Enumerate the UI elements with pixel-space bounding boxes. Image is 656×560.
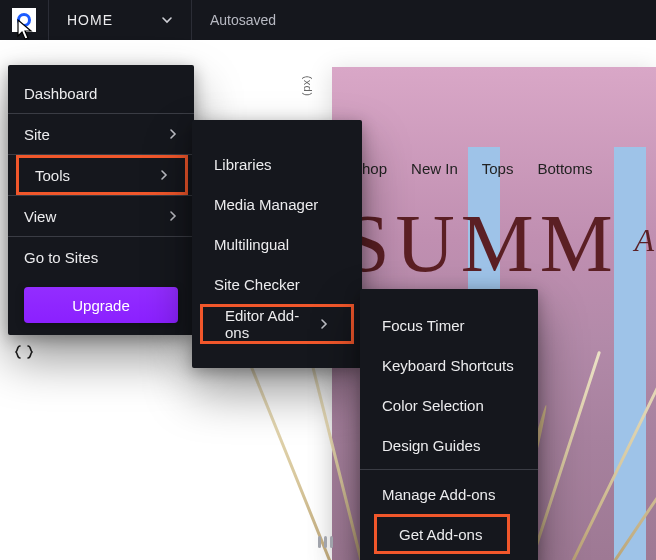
menu-item-manage-addons[interactable]: Manage Add-ons (360, 474, 538, 514)
menu-item-view[interactable]: View (8, 196, 194, 236)
save-status: Autosaved (192, 0, 656, 40)
menu-item-label: Get Add-ons (399, 526, 482, 543)
preview-nav-item[interactable]: New In (411, 160, 458, 177)
chevron-right-icon (168, 210, 178, 222)
menu-item-tools[interactable]: Tools (16, 155, 188, 195)
menu-item-label: Color Selection (382, 397, 484, 414)
chevron-down-icon (161, 14, 173, 26)
upgrade-button-label: Upgrade (72, 297, 130, 314)
menu-item-multilingual[interactable]: Multilingual (192, 224, 362, 264)
unit-label: (px) (300, 75, 312, 96)
menu-item-color-selection[interactable]: Color Selection (360, 385, 538, 425)
menu-item-label: Keyboard Shortcuts (382, 357, 514, 374)
menu-item-label: Design Guides (382, 437, 480, 454)
logo-icon (12, 8, 36, 32)
home-dropdown-menu: Dashboard Site Tools View Go to Sites Up… (8, 65, 194, 335)
preview-flowy-letter: A (634, 222, 654, 259)
menu-item-go-to-sites[interactable]: Go to Sites (8, 237, 194, 277)
menu-item-label: View (24, 208, 56, 225)
menu-item-libraries[interactable]: Libraries (192, 144, 362, 184)
menu-item-keyboard-shortcuts[interactable]: Keyboard Shortcuts (360, 345, 538, 385)
chevron-right-icon (168, 128, 178, 140)
preview-headline: SUMM (344, 197, 619, 291)
preview-decor-column (614, 147, 646, 560)
menu-item-label: Multilingual (214, 236, 289, 253)
menu-separator (360, 469, 538, 470)
preview-nav: Shop New In Tops Bottoms (332, 160, 656, 177)
editor-addons-submenu: Focus Timer Keyboard Shortcuts Color Sel… (360, 289, 538, 560)
menu-item-site[interactable]: Site (8, 114, 194, 154)
menu-item-label: Site (24, 126, 50, 143)
preview-nav-item[interactable]: Bottoms (537, 160, 592, 177)
menu-item-label: Site Checker (214, 276, 300, 293)
preview-nav-item[interactable]: Tops (482, 160, 514, 177)
menu-item-design-guides[interactable]: Design Guides (360, 425, 538, 465)
chevron-right-icon (319, 318, 329, 330)
save-status-label: Autosaved (210, 12, 276, 28)
logo-slot[interactable] (0, 0, 48, 40)
menu-item-get-addons[interactable]: Get Add-ons (374, 514, 510, 554)
menu-item-label: Go to Sites (24, 249, 98, 266)
panel-resize-handle[interactable] (314, 538, 336, 546)
upgrade-button[interactable]: Upgrade (24, 287, 178, 323)
menu-item-focus-timer[interactable]: Focus Timer (360, 305, 538, 345)
menu-item-label: Manage Add-ons (382, 486, 495, 503)
menu-item-dashboard[interactable]: Dashboard (8, 73, 194, 113)
menu-item-editor-addons[interactable]: Editor Add-ons (200, 304, 354, 344)
menu-home[interactable]: HOME (49, 0, 191, 40)
menu-item-label: Focus Timer (382, 317, 465, 334)
menu-item-site-checker[interactable]: Site Checker (192, 264, 362, 304)
menu-item-label: Editor Add-ons (225, 307, 319, 341)
top-bar: HOME Autosaved (0, 0, 656, 40)
menu-item-label: Media Manager (214, 196, 318, 213)
menu-item-label: Libraries (214, 156, 272, 173)
code-braces-icon[interactable] (14, 344, 34, 366)
menu-home-label: HOME (67, 12, 113, 28)
menu-item-media-manager[interactable]: Media Manager (192, 184, 362, 224)
menu-item-label: Dashboard (24, 85, 97, 102)
tools-submenu: Libraries Media Manager Multilingual Sit… (192, 120, 362, 368)
chevron-right-icon (159, 169, 169, 181)
upgrade-wrap: Upgrade (8, 277, 194, 327)
menu-item-label: Tools (35, 167, 70, 184)
